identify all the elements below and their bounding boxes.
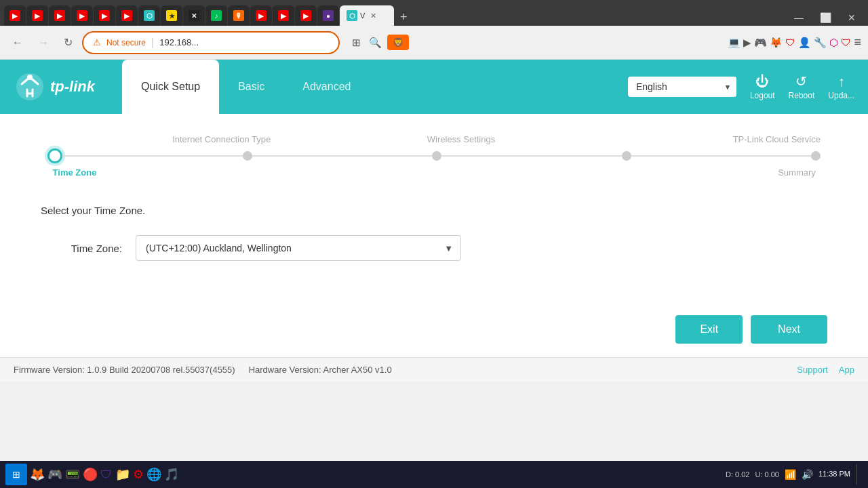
browser-ext-1[interactable]: 💻 <box>728 35 741 49</box>
taskbar-app-3[interactable]: 🔴 <box>83 467 98 482</box>
step-label-internet: Internet Connection Type <box>102 134 341 144</box>
back-button[interactable]: ← <box>7 34 28 52</box>
taskbar-systray-2[interactable]: 🔊 <box>802 469 813 480</box>
step-label-wireless: Wireless Settings <box>341 134 580 144</box>
browser-ext-9[interactable]: 🛡 <box>841 35 851 49</box>
tab-13[interactable]: ▶ <box>273 5 294 26</box>
taskbar-app-1[interactable]: 🎮 <box>47 467 62 482</box>
tab-close-btn[interactable]: ✕ <box>370 12 376 20</box>
new-tab-button[interactable]: + <box>395 10 413 24</box>
tp-nav: Quick Setup Basic Advanced <box>122 60 370 114</box>
tab-favicon-11: 🎙 <box>233 10 244 21</box>
reboot-action[interactable]: ↺ Reboot <box>789 73 815 100</box>
tab-favicon-8: ★ <box>166 10 177 21</box>
tab-favicon-12: ▶ <box>256 10 267 21</box>
taskbar-app-6[interactable]: 🎵 <box>164 467 179 482</box>
taskbar-app-2[interactable]: 📟 <box>65 467 80 482</box>
language-select[interactable]: English Simplified Chinese French German… <box>628 77 736 97</box>
taskbar-browser[interactable]: 🌐 <box>146 467 161 482</box>
step-dot-internet <box>243 151 252 161</box>
taskbar-system-tray: D: 0.02 U: 0.00 📶 🔊 11:38 PM <box>726 464 863 485</box>
nav-item-quick-setup[interactable]: Quick Setup <box>122 60 219 114</box>
window-minimize-button[interactable]: — <box>786 9 812 26</box>
step-dot-cloud <box>622 151 631 161</box>
language-selector-wrapper[interactable]: English Simplified Chinese French German… <box>628 77 736 97</box>
tab-15[interactable]: ● <box>317 5 339 26</box>
zoom-button[interactable]: 🔍 <box>366 34 384 52</box>
reload-button[interactable]: ↻ <box>58 33 78 52</box>
start-button[interactable]: ⊞ <box>5 464 27 485</box>
browser-ext-6[interactable]: 👤 <box>798 35 811 49</box>
security-warning-icon: ⚠ <box>93 37 101 47</box>
reboot-label: Reboot <box>789 91 815 100</box>
window-maximize-button[interactable]: ⬜ <box>812 9 840 26</box>
tp-link-logo-text: tp-link <box>50 78 95 96</box>
browser-ext-7[interactable]: 🔧 <box>814 35 827 49</box>
browser-ext-4[interactable]: 🦊 <box>770 35 783 49</box>
app-link[interactable]: App <box>839 365 854 375</box>
tab-12[interactable]: ▶ <box>250 5 272 26</box>
support-link[interactable]: Support <box>797 365 828 375</box>
update-icon: ↑ <box>834 74 849 89</box>
timezone-row: Time Zone: (UTC-12:00) International Dat… <box>41 235 827 261</box>
tab-favicon-active: ⬡ <box>347 10 357 21</box>
timezone-select[interactable]: (UTC-12:00) International Date Line West… <box>136 235 461 261</box>
update-action[interactable]: ↑ Upda... <box>828 74 854 100</box>
grid-view-button[interactable]: ⊞ <box>349 34 363 52</box>
browser-ext-5[interactable]: 🛡 <box>785 35 795 49</box>
step-sublabel-internet <box>102 167 326 178</box>
tab-7[interactable]: ⬡ <box>138 5 160 26</box>
browser-ext-3[interactable]: 🎮 <box>754 35 767 49</box>
hardware-version: Hardware Version: Archer AX50 v1.0 <box>249 365 392 375</box>
tab-8[interactable]: ★ <box>161 5 182 26</box>
tab-3[interactable]: ▶ <box>49 5 71 26</box>
tab-favicon-13: ▶ <box>278 10 289 21</box>
window-close-button[interactable]: ✕ <box>840 9 864 26</box>
tab-favicon-7: ⬡ <box>144 10 155 21</box>
step-dot-summary <box>811 151 821 161</box>
tab-9[interactable]: ✕ <box>183 5 205 26</box>
page-content: tp-link Quick Setup Basic Advanced Engli… <box>0 60 868 382</box>
tab-active-label: V <box>360 12 365 20</box>
header-right: English Simplified Chinese French German… <box>628 73 854 100</box>
main-content: Internet Connection Type Wireless Settin… <box>0 114 868 357</box>
browser-menu-button[interactable]: ≡ <box>854 35 861 49</box>
nav-item-advanced[interactable]: Advanced <box>283 60 370 114</box>
taskbar-files[interactable]: 📁 <box>115 467 130 482</box>
tab-1[interactable]: ▶ <box>4 5 26 26</box>
taskbar-app-4[interactable]: 🛡 <box>100 468 113 482</box>
step-bottom-labels: Time Zone Summary <box>41 167 827 178</box>
address-separator: | <box>151 37 154 49</box>
step-dots-row <box>41 148 827 163</box>
tab-2[interactable]: ▶ <box>26 5 48 26</box>
next-button[interactable]: Next <box>751 315 827 344</box>
step-label-cloud: TP-Link Cloud Service <box>581 134 821 144</box>
tab-6[interactable]: ▶ <box>116 5 138 26</box>
taskbar-app-5[interactable]: ⚙ <box>133 467 144 482</box>
taskbar-firefox[interactable]: 🦊 <box>30 467 45 482</box>
step-sublabel-cloud <box>549 167 773 178</box>
tab-11[interactable]: 🎙 <box>228 5 250 26</box>
browser-ext-2[interactable]: ▶ <box>743 35 751 49</box>
logout-action[interactable]: ⏻ Logout <box>750 74 775 100</box>
step-line-4 <box>631 155 812 157</box>
browser-ext-8[interactable]: ⬡ <box>829 35 838 49</box>
brave-shield-button[interactable]: 🦁 <box>387 35 409 50</box>
tab-active[interactable]: ⬡ V ✕ <box>340 5 394 26</box>
taskbar-show-desktop[interactable] <box>856 464 860 485</box>
form-section: Select your Time Zone. Time Zone: (UTC-1… <box>41 198 827 281</box>
address-bar[interactable]: ⚠ Not secure | 192.168... <box>82 31 340 54</box>
tab-4[interactable]: ▶ <box>71 5 93 26</box>
forward-button[interactable]: → <box>33 34 54 52</box>
tab-favicon-4: ▶ <box>77 10 87 21</box>
tab-10[interactable]: ♪ <box>205 5 227 26</box>
taskbar-systray-1[interactable]: 📶 <box>785 469 796 480</box>
exit-button[interactable]: Exit <box>675 315 743 344</box>
tab-5[interactable]: ▶ <box>94 5 115 26</box>
tab-14[interactable]: ▶ <box>295 5 317 26</box>
taskbar-network-u: U: 0.00 <box>755 470 778 479</box>
step-sublabel-summary: Summary <box>773 167 821 178</box>
tab-favicon-14: ▶ <box>300 10 311 21</box>
tab-favicon-9: ✕ <box>189 10 199 21</box>
nav-item-basic[interactable]: Basic <box>219 60 283 114</box>
